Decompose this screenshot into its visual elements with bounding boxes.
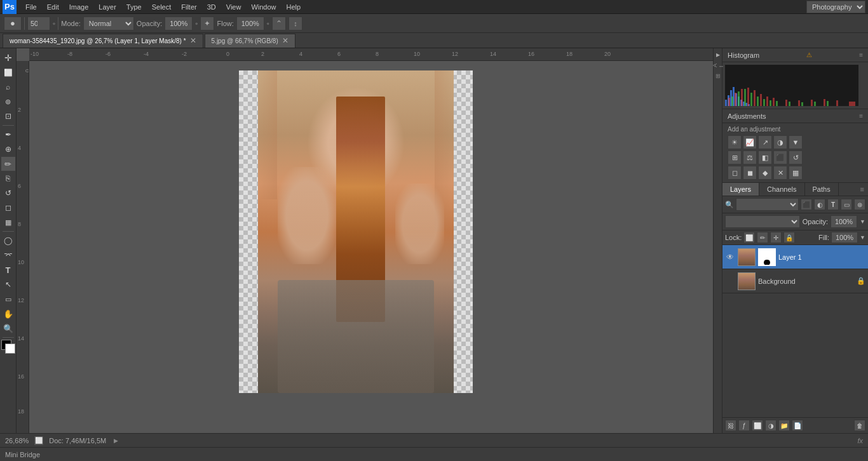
new-layer[interactable]: 📄 (792, 420, 803, 431)
gradient-map-adjustment[interactable]: ✕ (773, 166, 787, 180)
layer-item-background[interactable]: 👁 Background 🔒 (722, 269, 868, 293)
svg-text:4: 4 (299, 51, 302, 57)
smooth-icon[interactable]: ⌃ (272, 17, 286, 30)
brush-size-input[interactable] (27, 17, 50, 30)
background-color[interactable] (5, 344, 15, 354)
tab-1-close[interactable]: ✕ (190, 36, 196, 45)
healing-tool[interactable]: ⊕ (1, 142, 15, 156)
layers-panel-options[interactable]: ≡ (857, 185, 868, 193)
posterize-adjustment[interactable]: ◼ (743, 166, 757, 180)
history-tool[interactable]: ↺ (1, 186, 15, 200)
adjustments-collapse[interactable]: ≡ (859, 112, 863, 119)
zoom-tool[interactable]: 🔍 (1, 321, 15, 335)
bw-adjustment[interactable]: ◧ (758, 150, 772, 164)
color-balance-adjustment[interactable]: ⚖ (743, 150, 757, 164)
menu-image[interactable]: Image (64, 0, 94, 14)
menu-file[interactable]: File (20, 0, 42, 14)
status-expand[interactable]: ▶ (114, 438, 118, 444)
crop-tool[interactable]: ⊡ (1, 109, 15, 123)
menu-type[interactable]: Type (121, 0, 147, 14)
dodge-tool[interactable]: ◯ (1, 234, 15, 248)
layer-opacity[interactable] (831, 215, 857, 228)
eyedropper-tool[interactable]: ✒ (1, 128, 15, 142)
brush-tool[interactable]: ✏ (1, 157, 15, 171)
vibrance-adjustment[interactable]: ▼ (789, 135, 803, 149)
svg-rect-39 (744, 89, 746, 106)
layer1-visibility[interactable]: 👁 (725, 252, 735, 262)
layer-blend-mode[interactable]: Normal (725, 215, 800, 228)
shape-tool[interactable]: ▭ (1, 292, 15, 306)
invert-adjustment[interactable]: ◻ (728, 166, 742, 180)
tab-2-close[interactable]: ✕ (282, 36, 288, 45)
histogram-collapse[interactable]: ≡ (859, 51, 863, 58)
hue-saturation-adjustment[interactable]: ⊞ (728, 150, 742, 164)
layers-tab[interactable]: Layers (722, 183, 759, 196)
menu-window[interactable]: Window (246, 0, 281, 14)
move-tool[interactable]: ✛ (1, 51, 15, 65)
tab-1[interactable]: woman-3584435_1920.jpg @ 26,7% (Layer 1,… (3, 34, 203, 48)
lock-transparent[interactable]: ⬜ (743, 232, 755, 243)
histogram-title: Histogram (728, 51, 759, 59)
curves-adjustment[interactable]: ↗ (758, 135, 772, 149)
selective-color-adjustment[interactable]: ▦ (789, 166, 803, 180)
play-icon[interactable]: ▶ (714, 51, 722, 58)
new-fill-layer[interactable]: ◑ (765, 420, 776, 431)
threshold-adjustment[interactable]: ◆ (758, 166, 772, 180)
zoom-level: 26,68% (5, 437, 29, 444)
filter-pixel[interactable]: ⬛ (801, 199, 812, 210)
blend-mode-select[interactable]: Normal (83, 17, 134, 30)
tab-2[interactable]: 5.jpg @ 66,7% (RGB/8) ✕ (205, 34, 295, 48)
type-tool[interactable]: T (1, 263, 15, 277)
brush-preset[interactable]: ● (4, 17, 22, 30)
menu-edit[interactable]: Edit (42, 0, 64, 14)
lock-image[interactable]: ✏ (757, 232, 768, 243)
menu-select[interactable]: Select (147, 0, 177, 14)
exposure-adjustment[interactable]: ◑ (773, 135, 787, 149)
workspace-selector[interactable]: Photography (806, 1, 865, 13)
filter-adjustment[interactable]: ◐ (814, 199, 825, 210)
lock-position[interactable]: ✛ (770, 232, 782, 243)
quick-select-tool[interactable]: ⊛ (1, 95, 15, 109)
filter-smart[interactable]: ⊛ (854, 199, 865, 210)
tablet-pressure-icon[interactable]: ↕ (288, 17, 302, 30)
mini-bridge-bar[interactable]: Mini Bridge (0, 447, 868, 461)
airbrush-toggle[interactable]: ✦ (200, 17, 214, 30)
paths-tab[interactable]: Paths (805, 183, 839, 196)
lasso-tool[interactable]: ⌕ (1, 80, 15, 94)
marquee-tool[interactable]: ⬜ (1, 65, 15, 79)
channels-tab[interactable]: Channels (759, 183, 804, 196)
filter-shape[interactable]: ▭ (841, 199, 852, 210)
eraser-tool[interactable]: ◻ (1, 201, 15, 215)
photo-filter-adjustment[interactable]: ⬛ (773, 150, 787, 164)
layer-kind-filter[interactable]: Kind (736, 198, 799, 211)
lock-all[interactable]: 🔒 (783, 232, 795, 243)
layer-link[interactable]: ⛓ (725, 420, 736, 431)
new-group[interactable]: 📁 (778, 420, 790, 431)
foreground-background-colors[interactable] (1, 340, 15, 354)
opacity-down-arrow[interactable]: ▼ (860, 218, 865, 225)
layer-item-layer1[interactable]: 👁 Layer 1 (722, 245, 868, 269)
layer-fill[interactable] (831, 232, 858, 243)
pen-tool[interactable]: ⌤ (1, 248, 15, 262)
menu-view[interactable]: View (221, 0, 247, 14)
menu-help[interactable]: Help (281, 0, 306, 14)
hand-tool[interactable]: ✋ (1, 307, 15, 321)
channel-mixer-adjustment[interactable]: ↺ (789, 150, 803, 164)
gradient-tool[interactable]: ▦ (1, 215, 15, 229)
filter-type[interactable]: T (827, 199, 839, 210)
clone-tool[interactable]: ⎘ (1, 171, 15, 185)
menu-filter[interactable]: Filter (176, 0, 201, 14)
delete-layer[interactable]: 🗑 (854, 420, 865, 431)
opacity-input[interactable] (165, 17, 193, 30)
menu-layer[interactable]: Layer (93, 0, 121, 14)
menu-3d[interactable]: 3D (202, 0, 221, 14)
levels-adjustment[interactable]: 📈 (743, 135, 757, 149)
add-mask[interactable]: ⬜ (752, 420, 763, 431)
add-layer-style[interactable]: ƒ (738, 420, 750, 431)
fill-down-arrow[interactable]: ▼ (860, 234, 865, 241)
path-select-tool[interactable]: ↖ (1, 277, 15, 291)
flow-input[interactable] (236, 17, 264, 30)
background-visibility[interactable]: 👁 (725, 276, 735, 286)
svg-rect-47 (814, 102, 816, 106)
brightness-adjustment[interactable]: ☀ (728, 135, 742, 149)
